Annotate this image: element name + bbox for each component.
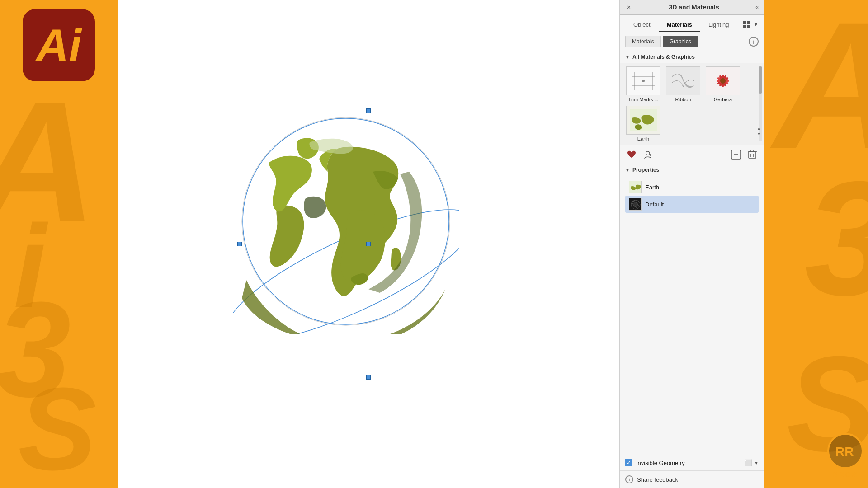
tabs-row: Object Materials Lighting ▼ — [620, 15, 764, 32]
right-panel: × 3D and Materials « Object Materials Li… — [619, 0, 764, 488]
materials-actions-bar — [620, 145, 764, 164]
view-dropdown-icon[interactable]: ▼ — [753, 21, 759, 28]
materials-grid: Trim Marks ... Ribbon — [620, 63, 764, 145]
left-sidebar: A i 3 S Ai — [0, 0, 118, 488]
scroll-arrows: ▲ ▼ — [757, 126, 761, 136]
material-item-earth[interactable]: Earth — [625, 106, 661, 141]
material-thumb-ribbon — [666, 66, 700, 95]
earth-globe-svg — [233, 108, 459, 334]
share-feedback-row: i Share feedback — [620, 470, 764, 488]
scrollbar-thumb[interactable] — [759, 66, 762, 94]
tab-object[interactable]: Object — [625, 19, 659, 32]
globe-container — [233, 108, 504, 380]
add-material-button[interactable] — [730, 148, 742, 161]
material-item-gerbera[interactable]: Gerbera — [705, 66, 741, 102]
panel-titlebar: × 3D and Materials « — [620, 0, 764, 15]
invisible-geometry-row: ✓ Invisible Geometry ⬜ ▼ — [620, 455, 764, 470]
ai-logo-text: Ai — [36, 23, 81, 68]
watermark-right-3: 3 — [805, 145, 868, 332]
material-label-earth: Earth — [637, 136, 649, 141]
svg-rect-6 — [743, 25, 746, 28]
section-arrow: ▼ — [625, 55, 630, 60]
ai-logo: Ai — [23, 9, 95, 81]
svg-point-21 — [646, 151, 650, 155]
properties-label: Properties — [632, 167, 659, 173]
rrcg-text: RRCG — [832, 471, 859, 479]
material-label-ribbon: Ribbon — [675, 97, 691, 102]
grid-view-icon[interactable] — [741, 19, 751, 29]
delete-material-button[interactable] — [746, 148, 759, 161]
share-feedback-label[interactable]: Share feedback — [637, 476, 678, 483]
watermark-a: A — [0, 63, 97, 261]
rrcg-branding: RR RRCG — [827, 433, 863, 479]
main-canvas — [118, 0, 619, 488]
material-item-ribbon[interactable]: Ribbon — [665, 66, 701, 102]
invisible-geometry-checkbox[interactable]: ✓ — [625, 459, 632, 466]
panel-collapse-button[interactable]: « — [755, 4, 759, 10]
section-all-materials[interactable]: ▼ All Materials & Graphics — [620, 51, 764, 63]
sub-tab-materials[interactable]: Materials — [625, 36, 661, 47]
invisible-geometry-label: Invisible Geometry — [636, 460, 685, 466]
panel-title: 3D and Materials — [669, 4, 719, 11]
svg-rect-27 — [749, 152, 756, 158]
material-thumb-earth — [626, 106, 660, 135]
handle-top[interactable] — [366, 108, 371, 113]
prop-name-default: Default — [645, 201, 664, 208]
svg-rect-7 — [747, 25, 750, 28]
invisible-geo-dropdown[interactable]: ▼ — [754, 460, 759, 465]
svg-point-36 — [633, 202, 638, 207]
material-thumb-trim-marks — [626, 66, 660, 95]
checkbox-check: ✓ — [627, 460, 631, 466]
material-thumb-gerbera — [706, 66, 740, 95]
prop-thumb-default — [629, 198, 642, 211]
properties-arrow: ▼ — [625, 168, 630, 173]
invisible-geo-icons: ⬜ ▼ — [745, 459, 759, 466]
rrcg-svg: RR — [833, 439, 858, 464]
tab-materials[interactable]: Materials — [659, 19, 700, 32]
scroll-up-arrow[interactable]: ▲ — [757, 126, 761, 131]
right-orange-sidebar: A 3 S RR RRCG — [764, 0, 868, 488]
prop-item-earth[interactable]: Earth — [625, 178, 759, 196]
properties-list: Earth Default — [620, 176, 764, 455]
info-icon[interactable]: i — [749, 37, 759, 47]
handle-bottom[interactable] — [366, 375, 371, 380]
svg-rect-4 — [743, 21, 746, 24]
svg-point-19 — [720, 78, 726, 84]
material-label-gerbera: Gerbera — [714, 97, 732, 102]
add-to-library-icon[interactable] — [642, 148, 654, 161]
section-label: All Materials & Graphics — [632, 54, 695, 60]
favorite-icon[interactable] — [625, 148, 638, 161]
handle-mid-center[interactable] — [366, 242, 371, 246]
share-feedback-info-icon: i — [625, 475, 633, 483]
prop-item-default[interactable]: Default — [625, 196, 759, 213]
tab-lighting[interactable]: Lighting — [700, 19, 737, 32]
invisible-geo-icon[interactable]: ⬜ — [745, 459, 752, 466]
sub-tab-graphics[interactable]: Graphics — [663, 36, 698, 47]
watermark-s: S — [18, 361, 96, 488]
svg-text:RR: RR — [835, 445, 854, 459]
watermark-i: i — [14, 199, 46, 334]
handle-mid-left[interactable] — [237, 242, 242, 246]
scroll-down-arrow[interactable]: ▼ — [757, 131, 761, 136]
material-item-trim-marks[interactable]: Trim Marks ... — [625, 66, 661, 102]
prop-name-earth: Earth — [645, 184, 659, 191]
panel-close-button[interactable]: × — [625, 4, 632, 11]
prop-thumb-earth — [629, 181, 642, 193]
sub-tabs-row: Materials Graphics i — [620, 32, 764, 51]
material-label-trim-marks: Trim Marks ... — [628, 97, 659, 102]
watermark-3: 3 — [0, 271, 71, 427]
svg-rect-5 — [747, 21, 750, 24]
section-properties[interactable]: ▼ Properties — [620, 164, 764, 176]
svg-point-12 — [642, 80, 645, 82]
rrcg-circle: RR — [827, 433, 863, 469]
